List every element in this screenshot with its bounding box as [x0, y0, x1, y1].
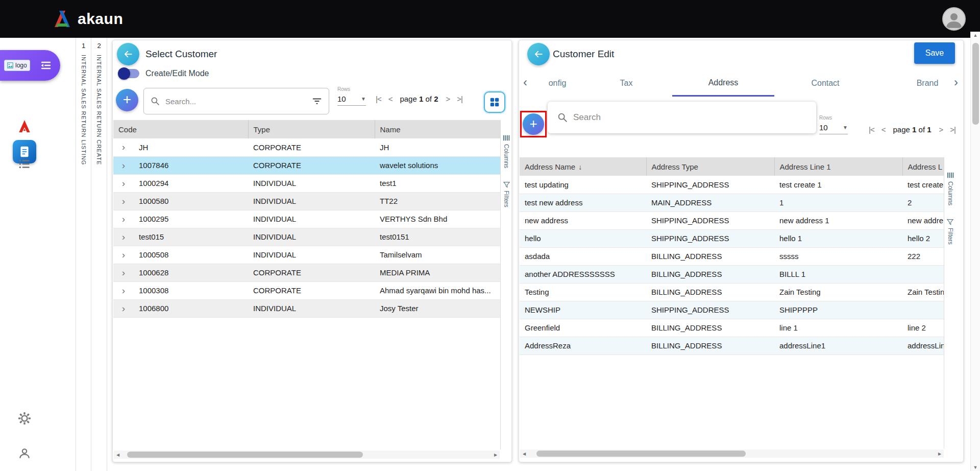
address-row[interactable]: NEWSHIPSHIPPING_ADDRESSSHIPPPPP — [520, 301, 944, 319]
col-address-line2[interactable]: Address L — [902, 157, 944, 176]
filters-tool[interactable]: Filters — [947, 219, 954, 245]
col-address-name[interactable]: Address Name↓ — [520, 157, 646, 176]
last-page-icon[interactable]: >| — [948, 124, 957, 135]
sidebar-item-settings[interactable] — [18, 412, 31, 425]
back-button[interactable] — [527, 43, 550, 65]
col-type[interactable]: Type — [248, 120, 375, 138]
save-button[interactable]: Save — [914, 42, 955, 64]
customer-row[interactable]: ›1000580INDIVIDUALTT22 — [113, 192, 500, 210]
address-row[interactable]: GreenfieldBILLING_ADDRESSline 1line 2 — [520, 319, 944, 337]
scrollbar-thumb[interactable] — [536, 451, 746, 457]
back-button[interactable] — [117, 43, 139, 65]
scrollbar-track[interactable] — [122, 451, 492, 459]
rows-per-page-select[interactable]: Rows 10 ▼ — [337, 86, 366, 106]
address-row[interactable]: helloSHIPPING_ADDRESShello 1hello 2 — [520, 229, 944, 247]
customer-row[interactable]: ›1000295INDIVIDUALVERTHYS Sdn Bhd — [113, 210, 500, 228]
first-page-icon[interactable]: |< — [867, 124, 876, 135]
row-expand-icon[interactable]: › — [122, 285, 125, 296]
col-code[interactable]: Code — [113, 120, 248, 138]
row-expand-cell[interactable]: › — [113, 192, 134, 210]
customer-row[interactable]: ›1007846CORPORATEwavelet solutions — [113, 156, 500, 174]
address-row[interactable]: asdadaBILLING_ADDRESSsssss222 — [520, 247, 944, 265]
sidebar-item-account[interactable] — [18, 446, 31, 460]
sidebar-logo-chip[interactable]: logo — [0, 50, 60, 81]
row-expand-cell[interactable]: › — [113, 299, 134, 317]
address-row[interactable]: test new addressMAIN_ADDRESS12 — [520, 194, 944, 211]
scrollbar-thumb[interactable] — [972, 43, 979, 125]
scroll-left-icon[interactable]: ◀ — [114, 453, 122, 457]
address-row[interactable]: AddressRezaBILLING_ADDRESSaddressLine1ad… — [520, 337, 944, 355]
next-page-icon[interactable]: > — [445, 93, 452, 104]
menu-collapse-icon[interactable] — [40, 59, 52, 72]
grid-view-button[interactable] — [484, 91, 505, 113]
brand-logo[interactable]: akaun — [53, 10, 123, 28]
col-address-type[interactable]: Address Type — [646, 157, 774, 176]
row-expand-cell[interactable]: › — [113, 210, 134, 228]
tab-address[interactable]: Address — [672, 70, 774, 97]
address-row[interactable]: test updatingSHIPPING_ADDRESStest create… — [520, 176, 944, 194]
customer-row[interactable]: ›1000628CORPORATEMEDIA PRIMA — [113, 264, 500, 281]
filters-tool[interactable]: Filters — [503, 181, 510, 207]
add-customer-button[interactable]: + — [116, 89, 138, 111]
col-name[interactable]: Name — [375, 120, 500, 138]
workspace-tab-listing[interactable]: 1 INTERNAL SALES RETURN LISTING — [76, 38, 91, 471]
sidebar-item-pdf[interactable] — [17, 119, 32, 134]
sidebar-item-list[interactable] — [18, 157, 31, 171]
columns-tool[interactable]: Columns — [503, 134, 510, 168]
row-expand-cell[interactable]: › — [113, 246, 134, 264]
scrollbar-thumb[interactable] — [127, 452, 363, 458]
columns-tool[interactable]: Columns — [947, 172, 954, 205]
row-expand-cell[interactable]: › — [113, 228, 134, 246]
create-edit-toggle[interactable] — [119, 69, 139, 78]
row-expand-icon[interactable]: › — [122, 178, 125, 189]
user-avatar[interactable] — [942, 7, 966, 31]
prev-page-icon[interactable]: < — [880, 124, 887, 135]
customer-row[interactable]: ›1000308CORPORATEAhmad syarqawi bin mohd… — [113, 281, 500, 299]
row-expand-cell[interactable]: › — [113, 138, 134, 156]
customer-row[interactable]: ›1006800INDIVIDUALJosy Tester — [113, 299, 500, 317]
row-expand-icon[interactable]: › — [122, 142, 125, 152]
row-expand-icon[interactable]: › — [122, 303, 125, 314]
scroll-right-icon[interactable]: ▶ — [936, 452, 944, 456]
col-address-line1[interactable]: Address Line 1 — [774, 157, 902, 176]
last-page-icon[interactable]: >| — [455, 93, 464, 104]
tab-contact[interactable]: Contact — [774, 70, 876, 97]
tab-tax[interactable]: Tax — [580, 70, 672, 97]
tabs-scroll-left-icon[interactable]: ‹ — [523, 76, 527, 88]
tabs-scroll-right-icon[interactable]: › — [954, 76, 958, 88]
customer-row[interactable]: ›1000294INDIVIDUALtest1 — [113, 174, 500, 192]
page-vertical-scrollbar[interactable]: ▲ ▼ — [970, 32, 980, 471]
scrollbar-track[interactable] — [528, 450, 936, 458]
row-expand-icon[interactable]: › — [122, 196, 125, 206]
row-expand-icon[interactable]: › — [122, 231, 125, 242]
row-expand-icon[interactable]: › — [122, 267, 125, 278]
customer-row[interactable]: ›1000508INDIVIDUALTamilselvam — [113, 246, 500, 264]
next-page-icon[interactable]: > — [938, 124, 945, 135]
filter-list-icon[interactable] — [311, 96, 323, 107]
row-expand-cell[interactable]: › — [113, 174, 134, 192]
tab-onfig[interactable]: onfig — [534, 70, 580, 97]
address-row[interactable]: TestingBILLING_ADDRESSZain TestingZain T… — [520, 283, 944, 301]
scroll-right-icon[interactable]: ▶ — [492, 453, 500, 457]
address-row[interactable]: another ADDRESSSSSSSBILLING_ADDRESSBILLL… — [520, 265, 944, 283]
prev-page-icon[interactable]: < — [387, 93, 394, 104]
address-search-input[interactable] — [573, 112, 807, 123]
tab-brand[interactable]: Brand — [876, 70, 946, 97]
row-expand-cell[interactable]: › — [113, 281, 134, 299]
row-expand-icon[interactable]: › — [122, 249, 125, 260]
scroll-left-icon[interactable]: ◀ — [520, 452, 528, 456]
row-expand-icon[interactable]: › — [122, 214, 125, 224]
customer-row[interactable]: ›test015INDIVIDUALtest0151 — [113, 228, 500, 246]
first-page-icon[interactable]: |< — [374, 93, 383, 104]
customer-search-input[interactable] — [165, 97, 306, 106]
scroll-down-icon[interactable]: ▼ — [971, 465, 980, 470]
address-row[interactable]: new addressSHIPPING_ADDRESSnew address 1… — [520, 211, 944, 229]
row-expand-cell[interactable]: › — [113, 264, 134, 281]
add-address-button[interactable]: + — [523, 113, 544, 135]
rows-per-page-select[interactable]: Rows 10 ▼ — [819, 115, 848, 134]
workspace-tab-create[interactable]: 2 INTERNAL SALES RETURN CREATE — [91, 38, 107, 471]
row-expand-icon[interactable]: › — [122, 160, 125, 171]
customer-row[interactable]: ›JHCORPORATEJH — [113, 138, 500, 156]
scroll-up-icon[interactable]: ▲ — [971, 33, 980, 38]
row-expand-cell[interactable]: › — [113, 156, 134, 174]
